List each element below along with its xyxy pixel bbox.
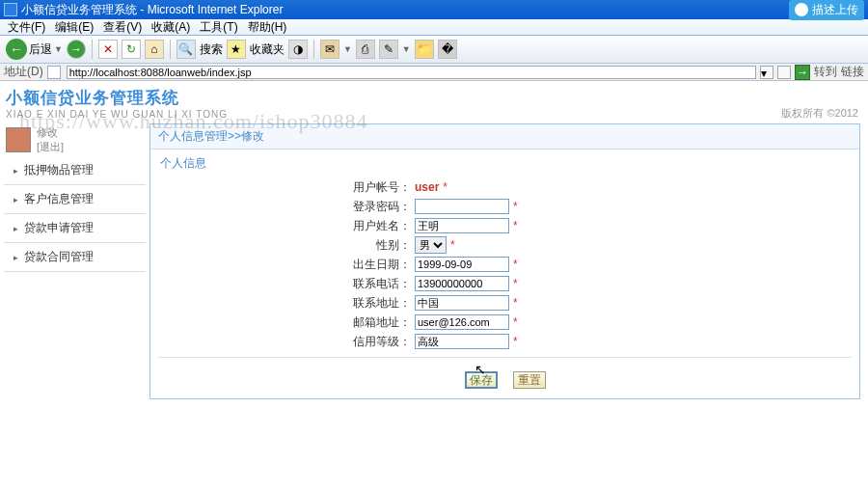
- menu-help[interactable]: 帮助(H): [244, 18, 291, 37]
- sidebar-item-loan-apply[interactable]: 贷款申请管理: [4, 214, 146, 243]
- account-label: 用户帐号：: [343, 179, 411, 196]
- menu-view[interactable]: 查看(V): [99, 18, 146, 37]
- back-arrow-icon: ←: [6, 39, 27, 60]
- sidebar: 修改 [退出] 抵押物品管理 客户信息管理 贷款申请管理 贷款合同管理: [0, 120, 149, 276]
- menu-file[interactable]: 文件(F): [4, 18, 49, 37]
- required-mark: *: [443, 180, 448, 194]
- menu-edit[interactable]: 编辑(E): [51, 18, 97, 37]
- user-modify-label[interactable]: 修改: [37, 125, 64, 140]
- address-label: 地址(D): [4, 64, 43, 80]
- messenger-button[interactable]: �: [438, 40, 457, 59]
- required-mark: *: [513, 315, 518, 329]
- address-bar: 地址(D) ▾ → 转到 链接: [0, 64, 868, 81]
- search-icon: 🔍: [176, 40, 196, 59]
- required-mark: *: [513, 200, 518, 213]
- url-input[interactable]: [67, 66, 756, 79]
- cloud-upload-button[interactable]: 描述上传: [789, 0, 864, 20]
- email-label: 邮箱地址：: [343, 314, 411, 331]
- menu-tools[interactable]: 工具(T): [196, 18, 241, 37]
- toolbar-separator: [313, 40, 314, 59]
- links-label[interactable]: 链接: [841, 64, 864, 80]
- favorites-icon: ★: [227, 40, 246, 59]
- app-subtitle: XIAO E XIN DAI YE WU GUAN LI XI TONG: [6, 109, 862, 120]
- back-label: 后退: [29, 41, 52, 58]
- birth-input[interactable]: [415, 257, 509, 272]
- copyright: 版权所有 ©2012: [781, 106, 858, 121]
- required-mark: *: [513, 258, 518, 271]
- home-button[interactable]: ⌂: [145, 40, 164, 59]
- sidebar-item-label: 贷款申请管理: [24, 220, 94, 236]
- button-bar: 保存 重置: [150, 371, 859, 389]
- menu-favorites[interactable]: 收藏(A): [148, 18, 194, 37]
- gender-label: 性别：: [343, 237, 411, 254]
- chevron-down-icon: ▼: [54, 44, 63, 54]
- phone-input[interactable]: [415, 276, 509, 291]
- required-mark: *: [513, 296, 518, 310]
- name-label: 用户姓名：: [343, 218, 411, 234]
- toolbar-separator: [92, 40, 93, 59]
- section-title: 个人信息: [150, 150, 859, 177]
- chevron-down-icon: ▼: [343, 44, 352, 54]
- toolbar: ← 后退 ▼ → ✕ ↻ ⌂ 🔍 搜索 ★ 收藏夹 ◑ ✉ ▼ ⎙ ✎ ▼ 📁 …: [0, 36, 868, 64]
- app-title: 小额信贷业务管理系统: [6, 87, 862, 109]
- account-value: user: [415, 180, 439, 194]
- nav-forward-button[interactable]: →: [67, 40, 86, 59]
- cloud-icon: [795, 3, 808, 16]
- required-mark: *: [450, 238, 455, 252]
- ie-icon: [4, 3, 17, 16]
- vcard-icon[interactable]: [777, 66, 791, 79]
- required-mark: *: [513, 219, 518, 232]
- password-label: 登录密码：: [343, 199, 411, 215]
- save-button[interactable]: 保存: [465, 371, 498, 389]
- sidebar-item-customer[interactable]: 客户信息管理: [4, 185, 146, 214]
- print-button[interactable]: ⎙: [356, 40, 375, 59]
- sidebar-item-label: 贷款合同管理: [24, 249, 94, 265]
- profile-form: 用户帐号： user * 登录密码： * 用户姓名： * 性别： 男 *: [343, 177, 859, 351]
- email-input[interactable]: [415, 314, 509, 330]
- window-title: 小额信贷业务管理系统 - Microsoft Internet Explorer: [21, 2, 283, 18]
- folder-button[interactable]: 📁: [415, 40, 434, 59]
- user-box: 修改 [退出]: [4, 123, 146, 156]
- main-area: 修改 [退出] 抵押物品管理 客户信息管理 贷款申请管理 贷款合同管理 个人信息…: [0, 120, 868, 399]
- required-mark: *: [513, 277, 518, 290]
- stop-button[interactable]: ✕: [98, 40, 118, 59]
- divider: [158, 357, 852, 358]
- go-button[interactable]: →: [795, 65, 810, 80]
- mail-button[interactable]: ✉: [320, 40, 339, 59]
- chevron-down-icon: ▼: [402, 44, 411, 54]
- refresh-button[interactable]: ↻: [122, 40, 141, 59]
- nav-back-button[interactable]: ← 后退 ▼: [6, 39, 63, 60]
- cloud-upload-label: 描述上传: [812, 2, 858, 18]
- menubar: 文件(F) 编辑(E) 查看(V) 收藏(A) 工具(T) 帮助(H): [0, 19, 868, 36]
- search-label[interactable]: 搜索: [200, 41, 223, 58]
- avatar: [6, 127, 31, 152]
- history-button[interactable]: ◑: [288, 40, 308, 59]
- birth-label: 出生日期：: [343, 257, 411, 273]
- favorites-label[interactable]: 收藏夹: [250, 41, 285, 58]
- address-label: 联系地址：: [343, 295, 411, 312]
- logout-link[interactable]: [退出]: [37, 140, 64, 154]
- password-input[interactable]: [415, 199, 509, 214]
- go-label: 转到: [814, 64, 837, 80]
- name-input[interactable]: [415, 218, 509, 233]
- phone-label: 联系电话：: [343, 276, 411, 292]
- edit-button[interactable]: ✎: [379, 40, 398, 59]
- window-titlebar: 小额信贷业务管理系统 - Microsoft Internet Explorer…: [0, 0, 868, 19]
- credit-label: 信用等级：: [343, 334, 411, 350]
- address-input[interactable]: [415, 295, 509, 311]
- credit-input[interactable]: [415, 334, 509, 349]
- reset-button[interactable]: 重置: [513, 371, 546, 389]
- dropdown-icon[interactable]: ▾: [760, 66, 773, 79]
- required-mark: *: [513, 335, 518, 348]
- toolbar-separator: [170, 40, 171, 59]
- page-icon: [47, 66, 61, 79]
- gender-select[interactable]: 男: [415, 236, 447, 254]
- content-panel: 个人信息管理>>修改 个人信息 用户帐号： user * 登录密码： * 用户姓…: [149, 123, 860, 399]
- app-header: 小额信贷业务管理系统 XIAO E XIN DAI YE WU GUAN LI …: [0, 81, 868, 120]
- breadcrumb: 个人信息管理>>修改: [150, 124, 859, 150]
- sidebar-item-label: 抵押物品管理: [24, 162, 94, 178]
- sidebar-item-label: 客户信息管理: [24, 191, 94, 207]
- sidebar-item-collateral[interactable]: 抵押物品管理: [4, 156, 146, 185]
- sidebar-item-loan-contract[interactable]: 贷款合同管理: [4, 243, 146, 272]
